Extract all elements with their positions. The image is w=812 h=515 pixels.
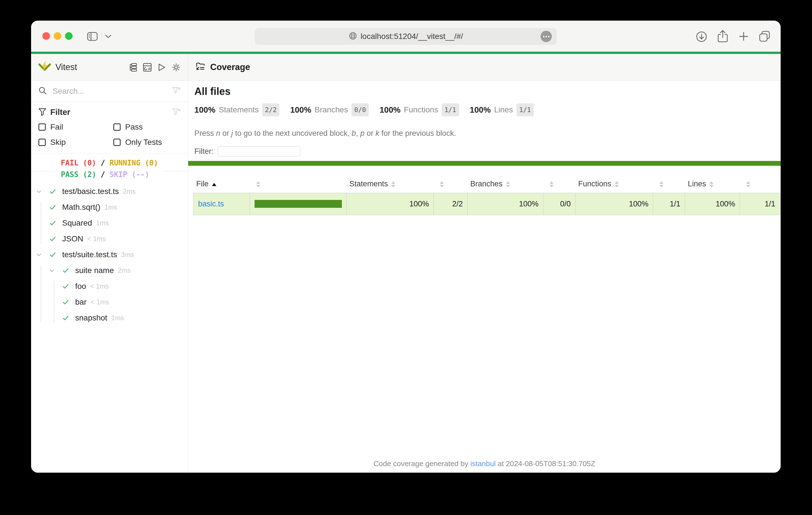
vitest-sidebar: Vitest — [31, 54, 188, 473]
branches-frac: 0/0 — [543, 193, 576, 215]
report-footer: Code coverage generated by istanbul at 2… — [188, 459, 781, 468]
browser-window: localhost:51204/__vitest__/#/ — [31, 21, 781, 473]
checkbox[interactable] — [113, 139, 121, 146]
stat-branches: 100% Branches 0/0 — [290, 103, 369, 116]
chevron-down-icon[interactable] — [50, 269, 63, 272]
sorter-icon[interactable] — [391, 181, 395, 187]
fraction-badge: 1/1 — [517, 103, 534, 116]
pass-check-icon — [50, 221, 62, 225]
coverage-stats: 100% Statements 2/2 100% Branches 0/0 10… — [194, 103, 781, 116]
duration: 2ms — [123, 187, 136, 195]
pass-check-icon — [50, 252, 62, 257]
fraction-badge: 1/1 — [442, 103, 459, 116]
fraction-badge: 0/0 — [351, 103, 369, 116]
duration: < 1ms — [90, 298, 109, 306]
sidebar-toggle-icon[interactable] — [87, 32, 98, 42]
pass-count: PASS (2) — [61, 170, 96, 179]
sorter-icon[interactable] — [256, 181, 260, 187]
share-icon[interactable] — [717, 30, 728, 44]
stat-statements: 100% Statements 2/2 — [194, 103, 280, 116]
close-window-button[interactable] — [42, 32, 50, 40]
pass-check-icon — [50, 189, 62, 194]
address-bar[interactable]: localhost:51204/__vitest__/#/ — [255, 28, 557, 45]
duration: 1ms — [96, 219, 109, 227]
new-tab-icon[interactable] — [738, 31, 749, 43]
tree-item-test[interactable]: Squared 1ms — [31, 215, 188, 231]
sorter-icon[interactable] — [550, 181, 553, 187]
column-functions[interactable]: Functions — [576, 175, 653, 193]
tree-item-test[interactable]: Math.sqrt() 1ms — [31, 199, 188, 215]
chevron-down-icon[interactable] — [105, 34, 111, 39]
lines-pct: 100% — [685, 193, 740, 215]
column-branches[interactable]: Branches — [468, 175, 543, 193]
coverage-header: Coverage — [188, 54, 781, 81]
functions-pct: 100% — [576, 193, 653, 215]
search-input[interactable] — [53, 87, 172, 96]
downloads-icon[interactable] — [696, 31, 707, 44]
tab-overview-icon[interactable] — [758, 30, 771, 44]
filter-checkbox-fail[interactable]: Fail — [38, 123, 113, 131]
funnel-icon — [38, 108, 46, 117]
tree-item-test[interactable]: snapshot 1ms — [31, 310, 188, 326]
column-pic[interactable] — [250, 175, 347, 193]
globe-icon — [349, 32, 357, 41]
coverage-table: File Statements Branches Functions Lines — [193, 175, 780, 215]
istanbul-link[interactable]: istanbul — [470, 459, 496, 468]
checkbox[interactable] — [38, 123, 46, 131]
coverage-filter-input[interactable] — [218, 146, 300, 156]
tree-item-file[interactable]: test/suite.test.ts 3ms — [31, 247, 188, 263]
filter-checkbox-pass[interactable]: Pass — [113, 123, 180, 131]
pass-check-icon — [63, 268, 75, 273]
expand-tree-icon[interactable] — [128, 63, 137, 72]
test-progress-bar — [31, 52, 781, 54]
tree-item-test[interactable]: bar < 1ms — [31, 294, 188, 310]
minimize-window-button[interactable] — [54, 32, 61, 40]
filter-checkbox-skip[interactable]: Skip — [38, 138, 113, 147]
coverage-bar-fill — [255, 200, 342, 208]
sorter-icon[interactable] — [709, 181, 714, 187]
clear-filters-icon[interactable] — [172, 108, 180, 117]
sorter-icon[interactable] — [615, 181, 619, 187]
filter-checkbox-only-tests[interactable]: Only Tests — [113, 138, 180, 147]
zoom-window-button[interactable] — [65, 32, 72, 40]
test-run-summary: FAIL (0) / RUNNING (0) PASS (2) / SKIP (… — [31, 154, 188, 184]
column-file[interactable]: File — [194, 175, 250, 193]
column-functions-frac[interactable] — [653, 175, 685, 193]
branches-pct: 100% — [468, 193, 543, 215]
chevron-down-icon[interactable] — [37, 253, 50, 256]
browser-toolbar: localhost:51204/__vitest__/#/ — [31, 21, 781, 52]
column-lines-frac[interactable] — [740, 175, 780, 193]
filter-panel-title: Filter — [50, 108, 70, 117]
pass-check-icon — [50, 205, 62, 210]
app-title: Vitest — [55, 62, 77, 72]
checkbox[interactable] — [38, 139, 46, 146]
dashboard-icon[interactable] — [143, 63, 152, 72]
table-header-row: File Statements Branches Functions Lines — [194, 175, 780, 193]
theme-toggle-icon[interactable] — [172, 63, 180, 72]
file-cell[interactable]: basic.ts — [194, 193, 250, 215]
sorter-icon[interactable] — [660, 181, 663, 187]
sorter-icon[interactable] — [506, 181, 510, 187]
column-branches-frac[interactable] — [543, 175, 576, 193]
column-statements-frac[interactable] — [434, 175, 468, 193]
checkbox[interactable] — [113, 123, 121, 131]
file-link[interactable]: basic.ts — [198, 200, 224, 208]
tree-item-test[interactable]: foo < 1ms — [31, 278, 188, 294]
sorter-icon[interactable] — [440, 181, 444, 187]
column-statements[interactable]: Statements — [347, 175, 434, 193]
page-settings-button[interactable] — [541, 31, 552, 42]
tree-item-file[interactable]: test/basic.test.ts 2ms — [31, 184, 188, 199]
url-text: localhost:51204/__vitest__/#/ — [360, 32, 463, 41]
run-all-icon[interactable] — [157, 63, 166, 72]
clear-search-filter-icon[interactable] — [172, 87, 180, 96]
lines-frac: 1/1 — [740, 193, 780, 215]
search-icon — [38, 86, 47, 96]
tree-item-suite[interactable]: suite name 2ms — [31, 263, 188, 278]
duration: 3ms — [121, 251, 134, 259]
page-title: Coverage — [210, 62, 250, 72]
chevron-down-icon[interactable] — [37, 190, 50, 193]
column-lines[interactable]: Lines — [685, 175, 740, 193]
table-row: basic.ts 100% 2/2 100% 0/0 100% 1/1 100% — [194, 193, 780, 215]
tree-item-test[interactable]: JSON < 1ms — [31, 231, 188, 247]
sorter-icon[interactable] — [746, 181, 750, 187]
